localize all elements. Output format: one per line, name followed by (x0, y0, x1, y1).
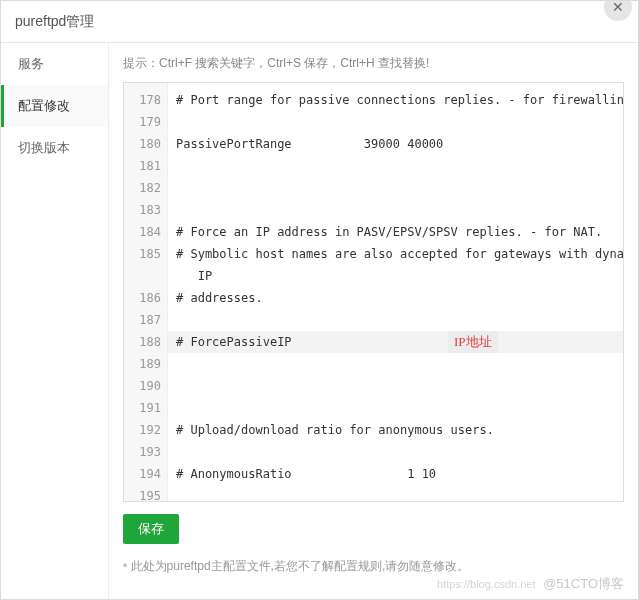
sidebar-item-label: 服务 (18, 56, 44, 71)
sidebar-item-label: 切换版本 (18, 140, 70, 155)
line-number: 191 (130, 397, 161, 419)
close-icon: ✕ (612, 0, 624, 15)
code-line[interactable]: # addresses. (168, 287, 624, 309)
sidebar-item-service[interactable]: 服务 (1, 43, 108, 85)
line-number: 192 (130, 419, 161, 441)
line-number: 188 (130, 331, 161, 353)
main-panel: 提示：Ctrl+F 搜索关键字，Ctrl+S 保存，Ctrl+H 查找替换! 1… (109, 43, 638, 599)
code-line[interactable]: # Symbolic host names are also accepted … (168, 243, 624, 265)
code-line[interactable] (168, 485, 624, 502)
line-number: 186 (130, 287, 161, 309)
close-button[interactable]: ✕ (604, 0, 632, 21)
code-area[interactable]: # Port range for passive connections rep… (168, 83, 624, 501)
line-number: 189 (130, 353, 161, 375)
line-number: 193 (130, 441, 161, 463)
dialog-body: 服务 配置修改 切换版本 提示：Ctrl+F 搜索关键字，Ctrl+S 保存，C… (1, 43, 638, 599)
line-number: 182 (130, 177, 161, 199)
code-line[interactable]: # Port range for passive connections rep… (168, 89, 624, 111)
footnote-text: 此处为pureftpd主配置文件,若您不了解配置规则,请勿随意修改。 (123, 558, 624, 575)
code-line[interactable]: PassivePortRange 39000 40000 (168, 133, 624, 155)
code-line[interactable]: IP (168, 265, 624, 287)
code-editor[interactable]: 1781791801811821831841851861871881891901… (123, 82, 624, 502)
hint-text: 提示：Ctrl+F 搜索关键字，Ctrl+S 保存，Ctrl+H 查找替换! (123, 55, 624, 72)
code-line[interactable] (168, 199, 624, 221)
code-line[interactable]: # Force an IP address in PASV/EPSV/SPSV … (168, 221, 624, 243)
code-line[interactable] (168, 397, 624, 419)
line-number: 195 (130, 485, 161, 502)
sidebar: 服务 配置修改 切换版本 (1, 43, 109, 599)
save-button[interactable]: 保存 (123, 514, 179, 544)
code-line[interactable] (168, 111, 624, 133)
line-number: 179 (130, 111, 161, 133)
line-number: 185 (130, 243, 161, 265)
dialog-window: pureftpd管理 ✕ 服务 配置修改 切换版本 提示：Ctrl+F 搜索关键… (0, 0, 639, 600)
line-number (130, 265, 161, 287)
line-number-gutter: 1781791801811821831841851861871881891901… (124, 83, 168, 501)
annotation-label: IP地址 (448, 331, 498, 353)
code-line[interactable] (168, 309, 624, 331)
line-number: 194 (130, 463, 161, 485)
sidebar-item-label: 配置修改 (18, 98, 70, 113)
line-number: 183 (130, 199, 161, 221)
titlebar: pureftpd管理 ✕ (1, 1, 638, 43)
code-line[interactable] (168, 177, 624, 199)
code-line[interactable] (168, 441, 624, 463)
line-number: 181 (130, 155, 161, 177)
sidebar-item-version[interactable]: 切换版本 (1, 127, 108, 169)
code-line[interactable] (168, 353, 624, 375)
line-number: 190 (130, 375, 161, 397)
dialog-title: pureftpd管理 (15, 13, 94, 31)
line-number: 178 (130, 89, 161, 111)
code-line[interactable] (168, 375, 624, 397)
line-number: 180 (130, 133, 161, 155)
line-number: 184 (130, 221, 161, 243)
line-number: 187 (130, 309, 161, 331)
code-line[interactable] (168, 155, 624, 177)
code-line[interactable]: # ForcePassiveIPIP地址 (168, 331, 624, 353)
sidebar-item-config[interactable]: 配置修改 (1, 85, 108, 127)
code-line[interactable]: # Upload/download ratio for anonymous us… (168, 419, 624, 441)
code-line[interactable]: # AnonymousRatio 1 10 (168, 463, 624, 485)
